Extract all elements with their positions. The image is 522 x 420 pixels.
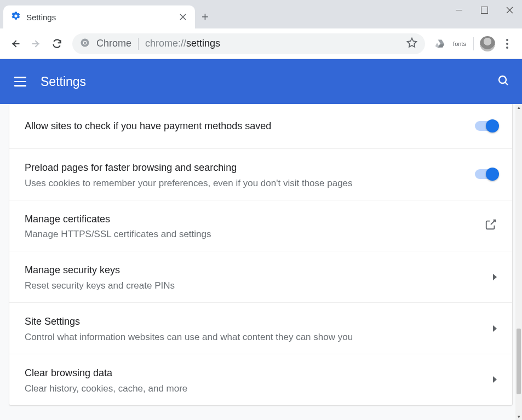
chevron-right-icon bbox=[493, 274, 497, 280]
window-controls bbox=[446, 0, 522, 20]
toolbar-separator bbox=[473, 37, 474, 50]
bookmark-star-icon[interactable] bbox=[406, 37, 417, 50]
profile-avatar[interactable] bbox=[478, 34, 497, 53]
row-manage-certificates[interactable]: Manage certificates Manage HTTPS/SSL cer… bbox=[9, 200, 512, 251]
window-maximize-button[interactable] bbox=[472, 0, 497, 20]
address-bar[interactable]: Chrome chrome://settings bbox=[72, 33, 425, 54]
tab-close-button[interactable] bbox=[177, 10, 188, 24]
chrome-menu-button[interactable] bbox=[498, 34, 517, 53]
content-area: Allow sites to check if you have payment… bbox=[0, 104, 522, 420]
chevron-right-icon bbox=[493, 325, 497, 332]
scrollbar[interactable]: ▴ ▾ bbox=[515, 104, 522, 420]
omnibox-chrome-label: Chrome bbox=[96, 38, 131, 49]
row-manage-security-keys[interactable]: Manage security keys Reset security keys… bbox=[9, 251, 512, 302]
svg-point-2 bbox=[84, 41, 87, 44]
search-button[interactable] bbox=[497, 74, 510, 89]
scroll-down-icon[interactable]: ▾ bbox=[515, 413, 522, 420]
row-subtitle: Uses cookies to remember your preference… bbox=[25, 178, 466, 189]
gear-icon bbox=[11, 11, 21, 23]
row-subtitle: Reset security keys and create PINs bbox=[25, 280, 484, 291]
drive-extension-icon[interactable] bbox=[431, 34, 449, 53]
window-close-button[interactable] bbox=[497, 0, 522, 20]
browser-toolbar: Chrome chrome://settings fonts bbox=[0, 28, 522, 59]
new-tab-button[interactable]: + bbox=[202, 10, 209, 24]
row-title: Site Settings bbox=[25, 314, 484, 330]
row-site-settings[interactable]: Site Settings Control what information w… bbox=[9, 302, 512, 354]
back-button[interactable] bbox=[5, 34, 25, 54]
row-title: Manage certificates bbox=[25, 211, 476, 227]
omnibox-url: chrome://settings bbox=[145, 38, 220, 49]
omnibox-separator bbox=[138, 38, 139, 50]
titlebar: Settings + bbox=[0, 0, 522, 28]
row-subtitle: Manage HTTPS/SSL certificates and settin… bbox=[25, 229, 476, 240]
row-title: Preload pages for faster browsing and se… bbox=[25, 160, 466, 176]
scroll-up-icon[interactable]: ▴ bbox=[515, 104, 522, 111]
chevron-right-icon bbox=[493, 376, 497, 383]
row-preload-pages[interactable]: Preload pages for faster browsing and se… bbox=[9, 148, 512, 200]
toggle-payment-check[interactable] bbox=[475, 121, 497, 131]
forward-button[interactable] bbox=[26, 34, 46, 54]
toggle-preload-pages[interactable] bbox=[475, 169, 497, 179]
row-clear-browsing-data[interactable]: Clear browsing data Clear history, cooki… bbox=[9, 354, 512, 405]
row-payment-check[interactable]: Allow sites to check if you have payment… bbox=[9, 104, 512, 148]
row-title: Clear browsing data bbox=[25, 365, 484, 381]
row-subtitle: Control what information websites can us… bbox=[25, 332, 484, 343]
scroll-thumb[interactable] bbox=[517, 329, 521, 394]
window-minimize-button[interactable] bbox=[446, 0, 472, 20]
settings-header: Settings bbox=[0, 59, 522, 104]
chrome-icon bbox=[80, 38, 90, 50]
page-title: Settings bbox=[41, 74, 86, 89]
tab-title: Settings bbox=[26, 13, 177, 22]
fonts-extension-button[interactable]: fonts bbox=[450, 34, 469, 53]
menu-button[interactable] bbox=[12, 74, 28, 89]
reload-button[interactable] bbox=[47, 34, 67, 54]
browser-tab[interactable]: Settings bbox=[3, 5, 195, 28]
external-link-icon bbox=[485, 218, 497, 233]
settings-panel: Allow sites to check if you have payment… bbox=[9, 104, 513, 406]
row-title: Manage security keys bbox=[25, 262, 484, 278]
row-title: Allow sites to check if you have payment… bbox=[25, 118, 466, 134]
row-subtitle: Clear history, cookies, cache, and more bbox=[25, 383, 484, 394]
